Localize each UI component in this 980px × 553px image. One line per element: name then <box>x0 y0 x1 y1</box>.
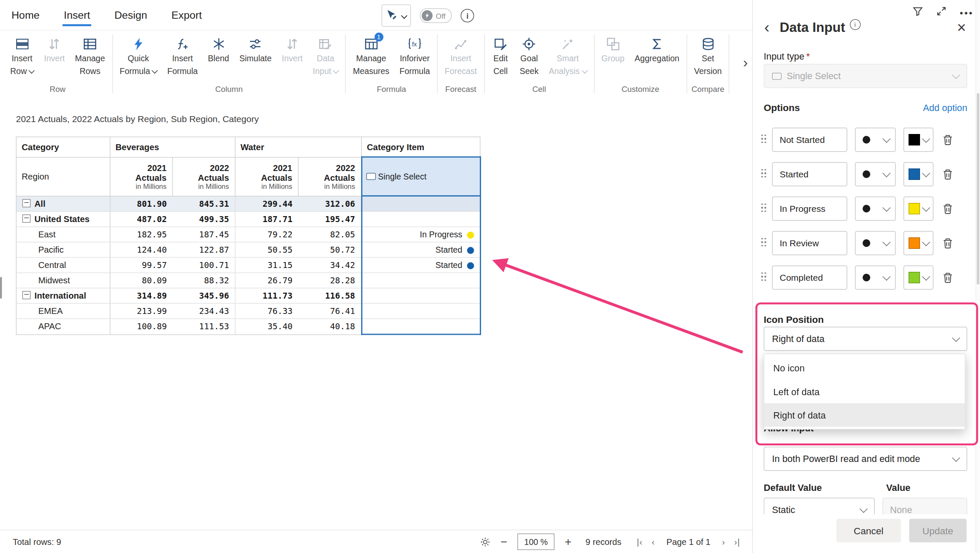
row-label[interactable]: East <box>16 227 110 242</box>
value-cell[interactable]: 182.95 <box>110 227 173 242</box>
menu-item-left-of-data[interactable]: Left of data <box>764 380 965 404</box>
ribbon-button-aggregation[interactable]: Aggregation <box>630 35 684 66</box>
shape-select[interactable] <box>855 162 896 186</box>
delete-icon[interactable] <box>942 134 954 146</box>
value-cell[interactable]: 82.05 <box>298 227 362 242</box>
value-cell[interactable]: 50.55 <box>235 242 299 257</box>
shape-select[interactable] <box>855 265 896 290</box>
row-label[interactable]: APAC <box>16 319 110 334</box>
ribbon-button-smart-analysis[interactable]: SmartAnalysis <box>544 35 592 79</box>
measure-header[interactable]: 2021 Actualsin Millions <box>235 157 299 196</box>
value-cell[interactable]: 100.71 <box>173 257 235 273</box>
category-item-cell[interactable]: In Progress <box>362 227 480 242</box>
zoom-level-input[interactable]: 100 % <box>518 533 555 550</box>
tab-export[interactable]: Export <box>171 0 202 30</box>
collapse-icon[interactable] <box>23 291 31 299</box>
ribbon-button-edit-cell[interactable]: EditCell <box>487 35 515 79</box>
edit-mode-button[interactable] <box>382 5 411 27</box>
category-item-cell[interactable] <box>362 273 480 288</box>
value-cell[interactable]: 845.31 <box>173 196 235 212</box>
ribbon-button-quick-formula[interactable]: QuickFormula <box>114 35 162 79</box>
shape-select[interactable] <box>855 128 896 152</box>
value-cell[interactable]: 76.33 <box>235 303 299 319</box>
icon-position-select[interactable]: Right of data <box>764 327 968 351</box>
category-item-cell[interactable] <box>362 196 480 212</box>
prev-page-icon[interactable]: ‹ <box>652 537 655 547</box>
tab-home[interactable]: Home <box>11 0 40 30</box>
value-cell[interactable]: 314.89 <box>110 288 173 303</box>
value-cell[interactable]: 116.58 <box>298 288 362 303</box>
focus-mode-icon[interactable] <box>936 6 947 20</box>
delete-icon[interactable] <box>942 202 954 215</box>
close-icon[interactable]: × <box>953 19 970 36</box>
value-cell[interactable]: 28.28 <box>298 273 362 288</box>
row-label[interactable]: All <box>16 196 110 212</box>
row-label[interactable]: Central <box>16 257 110 273</box>
value-input[interactable]: None <box>883 498 968 514</box>
value-cell[interactable]: 40.18 <box>298 319 362 334</box>
shape-select[interactable] <box>855 197 896 221</box>
drag-handle-icon[interactable] <box>761 134 768 145</box>
default-value-select[interactable]: Static <box>764 498 875 514</box>
option-label-input[interactable]: Not Started <box>772 128 847 152</box>
ribbon-button-manage-rows[interactable]: ManageRows <box>70 35 110 79</box>
ribbon-button-set-version[interactable]: SetVersion <box>689 35 727 79</box>
col-group-beverages[interactable]: Beverages <box>110 137 235 157</box>
menu-item-no-icon[interactable]: No icon <box>764 356 965 380</box>
category-item-cell[interactable] <box>362 211 480 227</box>
panel-scrollbar[interactable] <box>976 0 980 553</box>
delete-icon[interactable] <box>942 271 954 284</box>
back-icon[interactable]: ‹ <box>761 20 773 35</box>
value-cell[interactable]: 187.45 <box>173 227 235 242</box>
value-cell[interactable]: 34.42 <box>298 257 362 273</box>
value-cell[interactable]: 35.40 <box>235 319 299 334</box>
filter-icon[interactable] <box>912 6 923 20</box>
option-label-input[interactable]: Started <box>772 162 847 186</box>
ribbon-button-invert[interactable]: Invert <box>277 35 308 66</box>
value-cell[interactable]: 499.35 <box>173 211 235 227</box>
update-button[interactable]: Update <box>909 519 967 543</box>
option-label-input[interactable]: Completed <box>772 265 847 290</box>
color-select[interactable] <box>903 162 934 186</box>
option-label-input[interactable]: In Progress <box>772 197 847 221</box>
scrollbar-thumb[interactable] <box>977 93 980 285</box>
collapse-icon[interactable] <box>23 199 31 208</box>
value-cell[interactable]: 88.32 <box>173 273 235 288</box>
region-header[interactable]: Region <box>16 157 110 196</box>
ribbon-expand-button[interactable]: › <box>739 54 752 71</box>
ribbon-button-insert-forecast[interactable]: InsertForecast <box>439 35 482 79</box>
measure-header[interactable]: 2022 Actualsin Millions <box>298 157 362 196</box>
col-group-category[interactable]: Category <box>16 137 110 157</box>
value-cell[interactable]: 124.40 <box>110 242 173 257</box>
ribbon-button-simulate[interactable]: Simulate <box>234 35 277 66</box>
measure-header[interactable]: 2022 Actualsin Millions <box>173 157 235 196</box>
info-icon[interactable]: i <box>850 19 861 30</box>
col-group-water[interactable]: Water <box>235 137 362 157</box>
value-cell[interactable]: 80.09 <box>110 273 173 288</box>
drag-handle-icon[interactable] <box>761 203 768 214</box>
value-cell[interactable]: 50.72 <box>298 242 362 257</box>
add-option-link[interactable]: Add option <box>923 103 967 113</box>
power-toggle[interactable]: Off <box>420 9 452 23</box>
value-cell[interactable]: 345.96 <box>173 288 235 303</box>
menu-item-right-of-data[interactable]: Right of data <box>764 403 965 427</box>
value-cell[interactable]: 487.02 <box>110 211 173 227</box>
row-label[interactable]: Midwest <box>16 273 110 288</box>
value-cell[interactable]: 111.73 <box>235 288 299 303</box>
value-cell[interactable]: 99.57 <box>110 257 173 273</box>
category-item-cell[interactable]: Started <box>362 257 480 273</box>
measure-header[interactable]: 2021 Actualsin Millions <box>110 157 173 196</box>
value-cell[interactable]: 76.41 <box>298 303 362 319</box>
value-cell[interactable]: 26.79 <box>235 273 299 288</box>
ribbon-button-blend[interactable]: Blend <box>203 35 234 66</box>
row-label[interactable]: United States <box>16 211 110 227</box>
left-scrollbar-thumb[interactable] <box>0 277 2 299</box>
category-item-cell[interactable]: Started <box>362 242 480 257</box>
value-cell[interactable]: 187.71 <box>235 211 299 227</box>
tab-insert[interactable]: Insert <box>64 0 90 30</box>
row-label[interactable]: EMEA <box>16 303 110 319</box>
value-cell[interactable]: 801.90 <box>110 196 173 212</box>
shape-select[interactable] <box>855 231 896 255</box>
row-label[interactable]: International <box>16 288 110 303</box>
color-select[interactable] <box>903 265 934 290</box>
